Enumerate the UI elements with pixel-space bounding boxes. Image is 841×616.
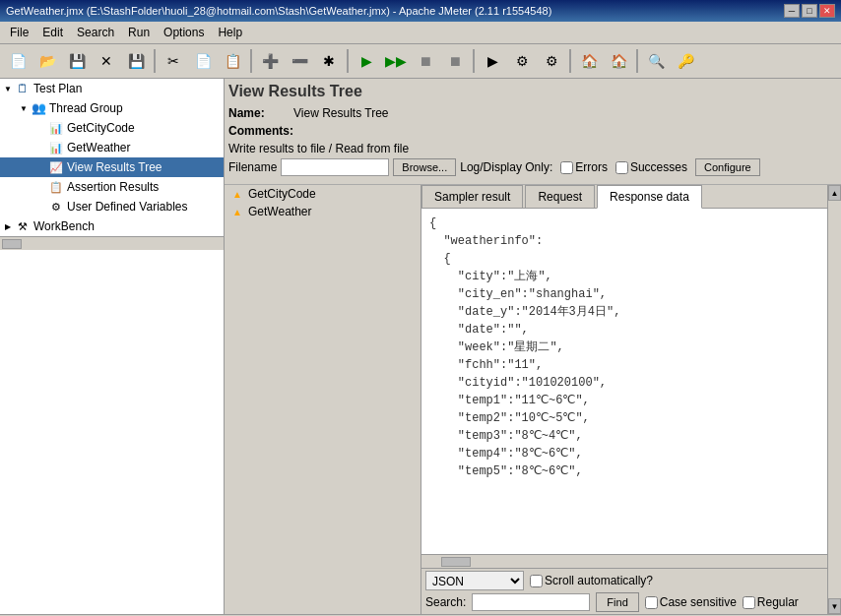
open-button[interactable]: 📂 xyxy=(33,47,61,75)
format-select[interactable]: JSON xyxy=(425,571,524,590)
tree-item-thread-group[interactable]: 👥 Thread Group xyxy=(0,98,224,118)
search-label: Search: xyxy=(425,595,466,609)
tree-item-udv[interactable]: ⚙ User Defined Variables xyxy=(0,197,224,216)
tab-sampler-result[interactable]: Sampler result xyxy=(421,185,523,208)
start-button[interactable]: ▶ xyxy=(353,47,380,75)
scroll-auto-label[interactable]: Scroll automatically? xyxy=(530,574,653,587)
configure-button[interactable]: Configure xyxy=(695,158,760,176)
sample-item-getweather[interactable]: ▲ GetWeather xyxy=(225,203,420,220)
menu-run[interactable]: Run xyxy=(122,24,156,41)
name-label: Name: xyxy=(228,106,288,120)
remove-button[interactable]: ➖ xyxy=(286,47,313,75)
errors-checkbox-label[interactable]: Errors xyxy=(560,160,608,174)
tree-label-vrt: View Results Tree xyxy=(67,160,162,174)
filename-input[interactable] xyxy=(281,158,389,176)
paste-button[interactable]: 📋 xyxy=(219,47,246,75)
tab-response-data[interactable]: Response data xyxy=(597,185,702,209)
thread-group-icon: 👥 xyxy=(31,100,46,116)
log-label: Log/Display Only: xyxy=(460,160,552,174)
vscroll-track xyxy=(828,201,841,598)
menu-file[interactable]: File xyxy=(4,24,34,41)
tree-hscroll[interactable] xyxy=(0,236,224,250)
tree-item-getweather[interactable]: 📊 GetWeather xyxy=(0,138,224,157)
menu-edit[interactable]: Edit xyxy=(36,24,69,41)
close-button[interactable]: ✕ xyxy=(819,4,835,18)
tree-item-workbench[interactable]: ⚒ WorkBench xyxy=(0,216,224,236)
case-sensitive-text: Case sensitive xyxy=(660,595,737,609)
expand-icon-udv xyxy=(35,201,47,213)
tree-label-thread-group: Thread Group xyxy=(49,101,123,115)
revert-button[interactable]: ✕ xyxy=(93,47,120,75)
sample-item-getcitycode[interactable]: ▲ GetCityCode xyxy=(225,185,420,203)
right-vscroll[interactable]: ▲ ▼ xyxy=(827,185,841,614)
save-button[interactable]: 💾 xyxy=(63,47,91,75)
tab-request[interactable]: Request xyxy=(525,185,595,208)
expand-icon-vrt xyxy=(35,161,47,173)
result-hscroll-thumb[interactable] xyxy=(441,557,471,567)
case-sensitive-checkbox[interactable] xyxy=(645,596,658,609)
triangle-icon-getweather: ▲ xyxy=(230,205,244,218)
case-sensitive-label[interactable]: Case sensitive xyxy=(645,595,737,609)
vrt-icon: 📈 xyxy=(48,159,64,175)
sample-label-getweather: GetWeather xyxy=(248,205,311,218)
errors-checkbox[interactable] xyxy=(560,161,573,174)
successes-checkbox-label[interactable]: Successes xyxy=(615,160,687,174)
json-content[interactable]: { "weatherinfo": { "city":"上海", "city_en… xyxy=(421,209,827,554)
minimize-button[interactable]: ─ xyxy=(784,4,800,18)
result-detail-panel: Sampler result Request Response data { "… xyxy=(421,185,827,614)
templates-button[interactable]: 🏠 xyxy=(575,47,603,75)
regular-text: Regular xyxy=(757,595,799,609)
successes-checkbox[interactable] xyxy=(615,161,628,174)
remote-stop-button[interactable]: ⚙ xyxy=(508,47,536,75)
vscroll-down[interactable]: ▼ xyxy=(828,598,841,614)
name-row: Name: View Results Tree xyxy=(228,106,837,120)
separator-6 xyxy=(636,49,638,73)
separator-5 xyxy=(569,49,571,73)
help-button[interactable]: 🏠 xyxy=(605,47,632,75)
start-no-pause-button[interactable]: ▶▶ xyxy=(382,47,410,75)
copy-button[interactable]: 📄 xyxy=(189,47,217,75)
settings-toolbar-button[interactable]: 🔑 xyxy=(672,47,699,75)
browse-button[interactable]: Browse... xyxy=(393,158,456,176)
title-bar: GetWeather.jmx (E:\StashFolder\huoli_28@… xyxy=(0,0,841,22)
search-toolbar-button[interactable]: 🔍 xyxy=(642,47,670,75)
tree-item-view-results-tree[interactable]: 📈 View Results Tree xyxy=(0,157,224,177)
tree-item-test-plan[interactable]: 🗒 Test Plan xyxy=(0,79,224,98)
comments-row: Comments: xyxy=(228,124,837,138)
remote-start-button[interactable]: ▶ xyxy=(479,47,506,75)
stop-button[interactable]: ⏹ xyxy=(412,47,439,75)
getcitycode-icon: 📊 xyxy=(48,120,64,136)
tree-item-getcitycode[interactable]: 📊 GetCityCode xyxy=(0,118,224,138)
tree-item-assertion-results[interactable]: 📋 Assertion Results xyxy=(0,177,224,197)
add-button[interactable]: ➕ xyxy=(256,47,284,75)
wb-icon: ⚒ xyxy=(15,218,31,234)
new-button[interactable]: 📄 xyxy=(4,47,32,75)
regular-checkbox[interactable] xyxy=(743,596,755,609)
comments-label: Comments: xyxy=(228,124,293,138)
expand-icon-getweather xyxy=(35,142,47,154)
hscroll-thumb[interactable] xyxy=(2,239,22,249)
format-row: JSON Scroll automatically? xyxy=(425,571,823,590)
menu-help[interactable]: Help xyxy=(212,24,248,41)
vscroll-up[interactable]: ▲ xyxy=(828,185,841,201)
shutdown-button[interactable]: ⏹ xyxy=(441,47,469,75)
ar-icon: 📋 xyxy=(48,179,64,195)
remote-exit-button[interactable]: ⚙ xyxy=(538,47,565,75)
sample-list-panel: ▲ GetCityCode ▲ GetWeather xyxy=(225,185,421,614)
find-button[interactable]: Find xyxy=(596,592,638,612)
search-input[interactable] xyxy=(472,593,590,611)
menu-options[interactable]: Options xyxy=(158,24,210,41)
regular-label[interactable]: Regular xyxy=(743,595,799,609)
maximize-button[interactable]: □ xyxy=(802,4,817,18)
vrt-form-area: View Results Tree Name: View Results Tre… xyxy=(225,79,841,185)
cut-button[interactable]: ✂ xyxy=(160,47,187,75)
clear-button[interactable]: ✱ xyxy=(315,47,343,75)
result-hscroll[interactable] xyxy=(421,554,827,568)
save-as-button[interactable]: 💾 xyxy=(122,47,150,75)
menu-search[interactable]: Search xyxy=(71,24,120,41)
successes-label: Successes xyxy=(630,160,687,174)
toolbar: 📄 📂 💾 ✕ 💾 ✂ 📄 📋 ➕ ➖ ✱ ▶ ▶▶ ⏹ ⏹ ▶ ⚙ ⚙ 🏠 🏠… xyxy=(0,44,841,79)
tree-label-getweather: GetWeather xyxy=(67,141,130,154)
window-controls: ─ □ ✕ xyxy=(784,4,835,18)
scroll-auto-checkbox[interactable] xyxy=(530,575,543,587)
